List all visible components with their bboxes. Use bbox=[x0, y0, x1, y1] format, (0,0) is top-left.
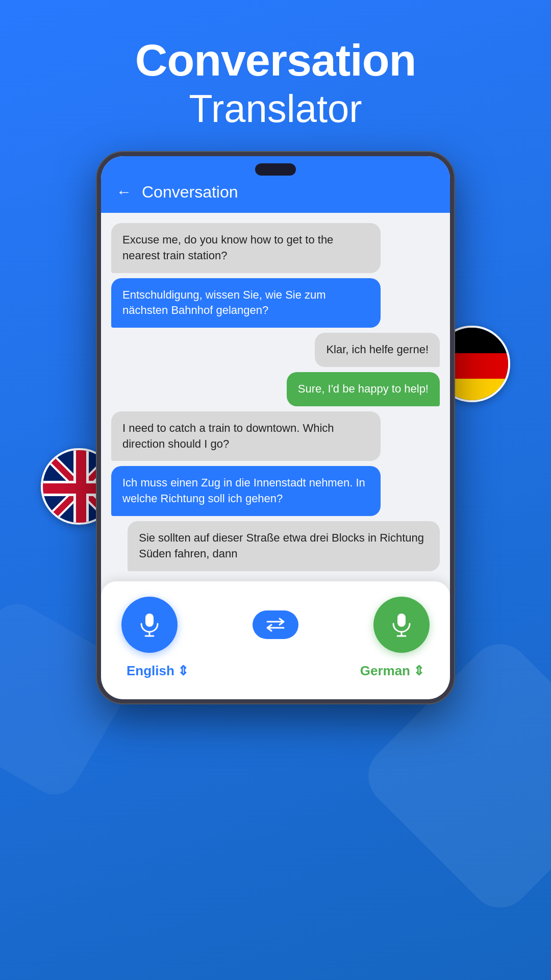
bottom-panel: English ⇕ German ⇕ bbox=[101, 581, 450, 699]
phone-side-button bbox=[450, 284, 454, 325]
mic-row bbox=[121, 597, 430, 653]
topbar-title: Conversation bbox=[142, 183, 238, 202]
message-2: Entschuldigung, wissen Sie, wie Sie zum … bbox=[111, 278, 381, 328]
mic-icon-english bbox=[136, 611, 163, 638]
app-title-translator: Translator bbox=[135, 85, 416, 132]
message-6: Ich muss einen Zug in die Innenstadt neh… bbox=[111, 466, 381, 516]
language-german-chevron: ⇕ bbox=[413, 663, 424, 679]
phone-wrapper: ← Conversation Excuse me, do you know ho… bbox=[77, 152, 474, 980]
app-screen: ← Conversation Excuse me, do you know ho… bbox=[101, 156, 450, 699]
swap-languages-button[interactable] bbox=[253, 610, 298, 639]
page-content: Conversation Translator bbox=[0, 0, 551, 980]
language-english-label: English bbox=[127, 663, 174, 679]
language-selector-german[interactable]: German ⇕ bbox=[360, 663, 424, 679]
phone-mockup: ← Conversation Excuse me, do you know ho… bbox=[97, 152, 454, 703]
phone-notch bbox=[255, 163, 296, 176]
language-german-label: German bbox=[360, 663, 410, 679]
back-button[interactable]: ← bbox=[116, 183, 132, 201]
mic-button-english[interactable] bbox=[121, 597, 178, 653]
app-title-area: Conversation Translator bbox=[105, 0, 446, 152]
mic-button-german[interactable] bbox=[373, 597, 430, 653]
message-5: I need to catch a train to downtown. Whi… bbox=[111, 411, 381, 461]
message-4: Sure, I'd be happy to help! bbox=[287, 372, 440, 406]
language-row: English ⇕ German ⇕ bbox=[121, 663, 430, 679]
svg-rect-12 bbox=[145, 614, 154, 627]
svg-rect-15 bbox=[397, 614, 406, 627]
message-1: Excuse me, do you know how to get to the… bbox=[111, 223, 381, 273]
app-title-conversation: Conversation bbox=[135, 36, 416, 85]
chat-area: Excuse me, do you know how to get to the… bbox=[101, 213, 450, 581]
message-7: Sie sollten auf dieser Straße etwa drei … bbox=[128, 521, 440, 571]
message-3: Klar, ich helfe gerne! bbox=[315, 333, 440, 367]
mic-icon-german bbox=[388, 611, 415, 638]
language-selector-english[interactable]: English ⇕ bbox=[127, 663, 189, 679]
language-english-chevron: ⇕ bbox=[178, 663, 189, 679]
swap-icon bbox=[264, 618, 287, 632]
